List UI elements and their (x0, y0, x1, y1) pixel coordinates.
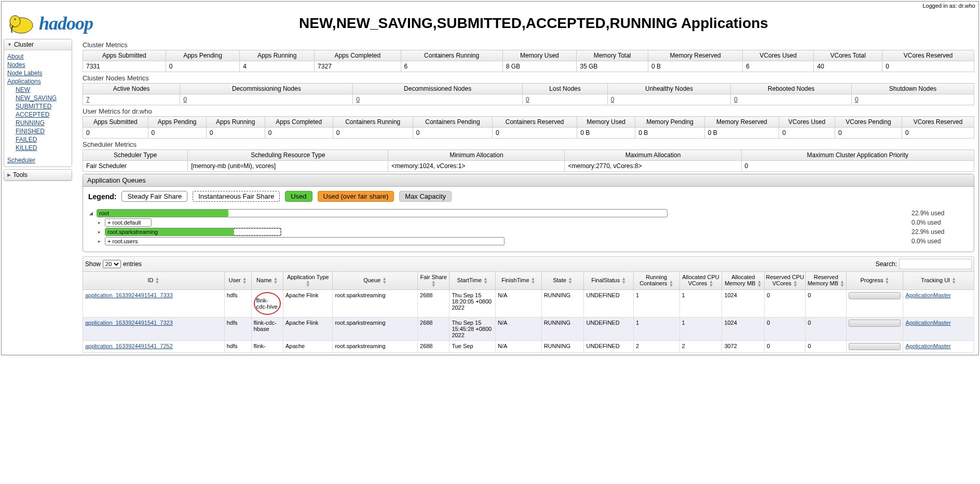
metric-header: Minimum Allocation (388, 150, 565, 161)
progress-bar (849, 320, 901, 327)
cell-progress (847, 317, 903, 341)
app-column-header[interactable]: Fair Share ▲▼ (418, 272, 450, 290)
node-count-link[interactable]: 0 (611, 96, 615, 103)
metric-value: 35 GB (577, 61, 648, 72)
sidebar-link-running[interactable]: RUNNING (16, 119, 69, 127)
cell-rmem: 0 (806, 317, 847, 341)
sidebar-header-cluster[interactable]: ▼ Cluster (4, 39, 72, 50)
cell-tracking: ApplicationMaster (903, 341, 974, 353)
app-column-header[interactable]: User ▲▼ (224, 272, 251, 290)
sidebar-link-failed[interactable]: FAILED (16, 135, 69, 144)
metric-value: Fair Scheduler (83, 161, 188, 172)
cell-name: flink-cdc-hbase (251, 317, 283, 341)
sidebar-link-accepted[interactable]: ACCEPTED (16, 110, 69, 119)
sidebar-link-about[interactable]: About (7, 52, 69, 61)
cell-starttime: Thu Sep 15 18:20:05 +0800 2022 (450, 290, 496, 317)
node-count-link[interactable]: 0 (855, 96, 859, 103)
cell-type: Apache Flink (283, 317, 332, 341)
app-column-header[interactable]: FinishTime ▲▼ (496, 272, 542, 290)
app-column-header[interactable]: Name ▲▼ (251, 272, 283, 290)
sidebar-link-node-labels[interactable]: Node Labels (7, 69, 69, 77)
cell-mem: 3072 (722, 341, 765, 353)
metric-header: VCores Used (779, 117, 835, 128)
app-column-header[interactable]: Progress ▲▼ (847, 272, 903, 290)
expand-icon[interactable]: ▸ (97, 239, 102, 244)
expand-icon[interactable]: ▸ (97, 229, 102, 234)
sidebar-link-nodes[interactable]: Nodes (7, 61, 69, 69)
app-column-header[interactable]: ID ▲▼ (83, 272, 225, 290)
cell-finalstatus: UNDEFINED (584, 341, 633, 353)
node-count-link[interactable]: 0 (356, 96, 360, 103)
node-count-link[interactable]: 0 (183, 96, 187, 103)
sidebar-link-killed[interactable]: KILLED (16, 144, 69, 152)
queue-default[interactable]: ▸ + root.default 0.0% used (97, 218, 969, 227)
sidebar-link-applications[interactable]: Applications (7, 77, 69, 86)
app-id-link[interactable]: application_1633924491541_7323 (85, 320, 173, 326)
metric-value: 0 B (648, 61, 742, 72)
queue-sparkstreaming[interactable]: ▸ root.sparkstreaming 22.9% used (97, 228, 969, 236)
tracking-link[interactable]: ApplicationMaster (905, 320, 950, 326)
node-count-link[interactable]: 7 (86, 96, 90, 103)
main-content: Cluster Metrics Apps SubmittedApps Pendi… (74, 37, 978, 355)
cell-queue: root.sparkstreaming (333, 317, 418, 341)
cell-containers: 1 (633, 317, 679, 341)
cell-mem: 1024 (722, 290, 765, 317)
cell-type: Apache (283, 341, 332, 353)
sidebar-header-tools[interactable]: ▶ Tools (4, 170, 72, 181)
node-count-link[interactable]: 0 (734, 96, 738, 103)
app-id-link[interactable]: application_1633924491541_7333 (85, 292, 173, 298)
queue-root[interactable]: ◢ root 22.9% used (88, 209, 969, 217)
node-count-link[interactable]: 0 (526, 96, 529, 103)
cell-progress (847, 341, 903, 353)
metric-value: 0 (523, 94, 608, 105)
metric-header: Lost Nodes (523, 84, 608, 94)
section-cluster-metrics: Cluster Metrics (83, 41, 974, 49)
collapse-icon[interactable]: ◢ (88, 211, 93, 216)
app-column-header[interactable]: Tracking UI ▲▼ (903, 272, 974, 290)
app-id-link[interactable]: application_1633924491541_7252 (85, 343, 173, 349)
metric-header: Memory Used (577, 117, 635, 128)
sort-icon: ▲▼ (306, 280, 310, 287)
tracking-link[interactable]: ApplicationMaster (905, 343, 950, 349)
sort-icon: ▲▼ (669, 280, 673, 287)
app-column-header[interactable]: Reserved Memory MB ▲▼ (806, 272, 847, 290)
section-user-metrics: User Metrics for dr.who (83, 107, 974, 115)
metric-header: Decommissioning Nodes (180, 84, 353, 94)
app-column-header[interactable]: Reserved CPU VCores ▲▼ (765, 272, 806, 290)
expand-icon[interactable]: ▸ (97, 220, 102, 225)
search-input[interactable] (899, 259, 972, 269)
app-column-header[interactable]: Application Type ▲▼ (283, 272, 332, 290)
queue-users[interactable]: ▸ + root.users 0.0% used (97, 237, 969, 245)
scheduler-metrics-table: Scheduler TypeScheduling Resource TypeMi… (83, 149, 974, 172)
entries-select[interactable]: 20 (103, 260, 121, 268)
sort-icon: ▲▼ (951, 277, 956, 284)
legend-over: Used (over fair share) (318, 191, 394, 202)
app-column-header[interactable]: StartTime ▲▼ (450, 272, 496, 290)
cell-state: RUNNING (541, 290, 584, 317)
app-column-header[interactable]: Queue ▲▼ (333, 272, 418, 290)
sidebar-link-new[interactable]: NEW (16, 86, 69, 94)
sidebar-link-finished[interactable]: FINISHED (16, 127, 69, 135)
metric-header: Shutdown Nodes (852, 84, 974, 94)
sidebar-link-scheduler[interactable]: Scheduler (7, 156, 69, 164)
app-column-header[interactable]: Allocated CPU VCores ▲▼ (679, 272, 722, 290)
logo[interactable]: hadoop (6, 12, 93, 35)
metric-value: 0 (166, 61, 240, 72)
sort-icon: ▲▼ (709, 280, 713, 287)
app-column-header[interactable]: Allocated Memory MB ▲▼ (722, 272, 765, 290)
metric-value: 0 (779, 128, 835, 139)
sidebar-link-new-saving[interactable]: NEW_SAVING (16, 94, 69, 102)
app-column-header[interactable]: State ▲▼ (541, 272, 584, 290)
app-column-header[interactable]: FinalStatus ▲▼ (584, 272, 633, 290)
tracking-link[interactable]: ApplicationMaster (905, 292, 950, 298)
metric-value: 0 B (577, 128, 635, 139)
cell-state: RUNNING (541, 317, 584, 341)
metric-value: 0 (83, 128, 148, 139)
legend-label: Legend: (88, 192, 116, 201)
hadoop-elephant-icon (6, 12, 37, 35)
app-column-header[interactable]: Running Containers ▲▼ (633, 272, 679, 290)
chevron-down-icon: ▼ (7, 42, 12, 47)
metric-value: 0 B (704, 128, 779, 139)
sort-icon: ▲▼ (793, 280, 798, 287)
sidebar-link-submitted[interactable]: SUBMITTED (16, 102, 69, 110)
